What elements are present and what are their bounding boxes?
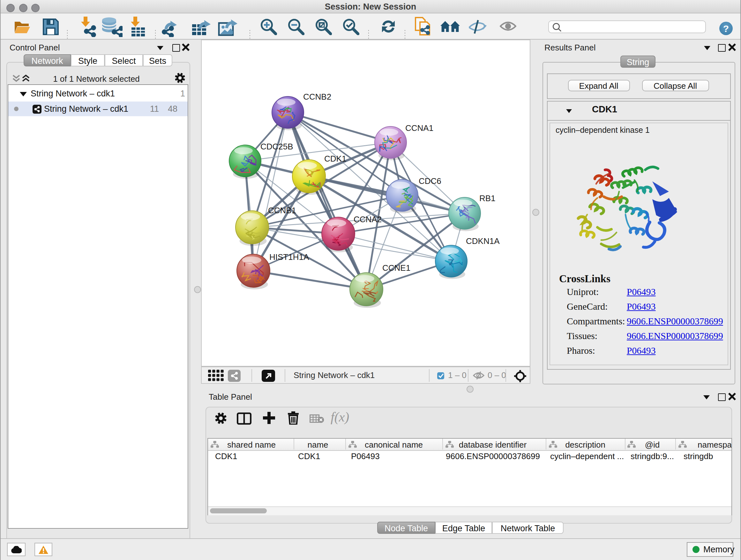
svg-text:CDK1: CDK1 bbox=[324, 154, 346, 164]
svg-text:CDC25B: CDC25B bbox=[260, 142, 293, 151]
svg-text:RB1: RB1 bbox=[479, 193, 495, 203]
svg-text:CCNA1: CCNA1 bbox=[405, 123, 433, 133]
svg-text:CCNE1: CCNE1 bbox=[382, 263, 410, 273]
svg-text:CCNB2: CCNB2 bbox=[303, 92, 331, 102]
svg-text:HIST1H1A: HIST1H1A bbox=[269, 252, 309, 262]
svg-text:CDKN1A: CDKN1A bbox=[466, 236, 500, 246]
svg-text:CCNB1: CCNB1 bbox=[268, 206, 296, 215]
svg-text:CDC6: CDC6 bbox=[419, 176, 441, 186]
svg-text:CCNA2: CCNA2 bbox=[354, 214, 382, 224]
